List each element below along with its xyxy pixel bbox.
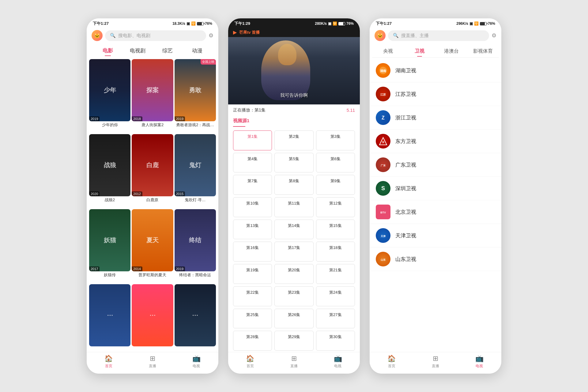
mango-logo: 芒果tv 首播 xyxy=(239,30,260,35)
episode-btn-30[interactable]: 第30集 xyxy=(316,331,355,351)
source-label: 视频源1 xyxy=(228,115,360,126)
episode-btn-9[interactable]: 第9集 xyxy=(316,175,355,195)
bottom-nav-home-2[interactable]: 🏠 首页 xyxy=(228,355,272,369)
tab-movie[interactable]: 电影 xyxy=(93,46,123,55)
channel-item-dongfang[interactable]: 东 东方卫视 xyxy=(370,130,501,153)
filter-icon-1[interactable]: ⚙ xyxy=(209,32,213,39)
phone-3: 下午1:27 296K/s ▣ 🛜 76% 🐱 🔍 搜直播、主播 ⚙ 央视 xyxy=(370,18,501,374)
home-icon-2: 🏠 xyxy=(246,355,254,363)
movie-item-12[interactable]: ⋯ xyxy=(175,284,216,351)
channel-item-shenzhen[interactable]: S 深圳卫视 xyxy=(370,177,501,200)
movie-title-8: 普罗旺斯的夏天 xyxy=(132,271,173,279)
movie-year-6: 2015 xyxy=(175,191,185,196)
signal-icon-3: ▣ xyxy=(469,21,473,26)
episode-btn-6[interactable]: 第6集 xyxy=(316,153,355,173)
episode-btn-10[interactable]: 第10集 xyxy=(233,197,272,217)
movie-item-9[interactable]: 终结 2019 终结者：黑暗命运 xyxy=(175,209,216,283)
movie-item-3[interactable]: 勇敢 全国上映 2019 勇敢者游戏2：再战… xyxy=(175,59,216,133)
episode-btn-26[interactable]: 第26集 xyxy=(274,309,313,329)
status-icons-1: 18.3K/s ▣ 🛜 76% xyxy=(172,21,212,26)
channel-item-zhejiang[interactable]: Z 浙江卫视 xyxy=(370,106,501,130)
movie-item-8[interactable]: 夏天 2014 普罗旺斯的夏天 xyxy=(132,209,173,283)
episode-btn-27[interactable]: 第27集 xyxy=(316,309,355,329)
episode-btn-21[interactable]: 第21集 xyxy=(316,264,355,284)
episode-btn-5[interactable]: 第5集 xyxy=(274,153,313,173)
episode-btn-11[interactable]: 第11集 xyxy=(274,197,313,217)
episode-btn-24[interactable]: 第24集 xyxy=(316,286,355,306)
channel-name-tianjin: 天津卫视 xyxy=(395,232,416,239)
movie-title-1: 少年的你 xyxy=(89,121,130,129)
episode-btn-25[interactable]: 第25集 xyxy=(233,309,272,329)
movie-card-2: 探案 2018 xyxy=(132,59,173,121)
nav-tabs-1: 电影 电视剧 综艺 动漫 xyxy=(87,44,218,58)
bottom-nav-home-3[interactable]: 🏠 首页 xyxy=(370,355,413,369)
episode-btn-23[interactable]: 第23集 xyxy=(274,286,313,306)
episode-btn-20[interactable]: 第20集 xyxy=(274,264,313,284)
search-bar-1[interactable]: 🔍 搜电影、电视剧 xyxy=(105,30,206,41)
avatar-3[interactable]: 🐱 xyxy=(375,30,386,41)
episode-btn-15[interactable]: 第15集 xyxy=(316,220,355,239)
episode-btn-16[interactable]: 第16集 xyxy=(233,242,272,262)
movie-item-6[interactable]: 鬼灯 2015 鬼吹灯·寻… xyxy=(175,134,216,208)
channel-logo-guangdong: 广东 xyxy=(376,157,390,172)
episode-btn-17[interactable]: 第17集 xyxy=(274,242,313,262)
search-bar-3[interactable]: 🔍 搜直播、主播 xyxy=(388,30,489,41)
movie-title-6: 鬼吹灯·寻… xyxy=(175,196,216,204)
bottom-nav-live-2[interactable]: ⊞ 直播 xyxy=(272,355,316,369)
channel-item-shandong[interactable]: 山东 山东卫视 xyxy=(370,247,501,271)
bottom-nav-live-1[interactable]: ⊞ 直播 xyxy=(130,355,174,369)
channel-logo-jiangsu: 江苏 xyxy=(376,87,390,101)
movie-item-7[interactable]: 妖猫 2017 妖猫传 xyxy=(89,209,130,283)
movie-item-11[interactable]: ⋯ xyxy=(132,284,173,351)
episode-btn-8[interactable]: 第8集 xyxy=(274,175,313,195)
channel-name-guangdong: 广东卫视 xyxy=(395,161,416,168)
search-bar-wrap-3: 🔍 搜直播、主播 xyxy=(388,30,489,41)
avatar-1[interactable]: 🐱 xyxy=(92,30,103,41)
phone1-header: 🐱 🔍 搜电影、电视剧 ⚙ xyxy=(87,28,218,44)
episode-btn-3[interactable]: 第3集 xyxy=(316,130,355,150)
bottom-nav-live-3[interactable]: ⊞ 直播 xyxy=(413,355,457,369)
network-speed-1: 18.3K/s xyxy=(172,21,185,26)
episode-btn-14[interactable]: 第14集 xyxy=(274,220,313,239)
episode-btn-1[interactable]: 第1集 xyxy=(233,130,272,150)
bottom-nav-tv-3[interactable]: 📺 电视 xyxy=(458,355,501,369)
bottom-nav-live-label-3: 直播 xyxy=(432,364,439,369)
episode-btn-7[interactable]: 第7集 xyxy=(233,175,272,195)
tab-anime[interactable]: 动漫 xyxy=(183,46,213,55)
movie-item-5[interactable]: 白鹿 2012 白鹿原 xyxy=(132,134,173,208)
movie-title-4: 战狼2 xyxy=(89,196,130,204)
bottom-nav-tv-2[interactable]: 📺 电视 xyxy=(316,355,360,369)
episode-btn-22[interactable]: 第22集 xyxy=(233,286,272,306)
episode-btn-19[interactable]: 第19集 xyxy=(233,264,272,284)
tab-variety[interactable]: 综艺 xyxy=(153,46,183,55)
bottom-nav-2: 🏠 首页 ⊞ 直播 📺 电视 xyxy=(228,352,360,374)
episode-btn-29[interactable]: 第29集 xyxy=(274,331,313,351)
tab-hkmacao[interactable]: 港澳台 xyxy=(435,47,467,56)
bottom-nav-home-1[interactable]: 🏠 首页 xyxy=(87,355,130,369)
channel-item-guangdong[interactable]: 广东 广东卫视 xyxy=(370,153,501,177)
tab-weishi[interactable]: 卫视 xyxy=(404,47,436,56)
movie-item-1[interactable]: 少年 2019 少年的你 xyxy=(89,59,130,133)
channel-item-jiangsu[interactable]: 江苏 江苏卫视 xyxy=(370,82,501,106)
bottom-nav-tv-1[interactable]: 📺 电视 xyxy=(175,355,218,369)
episode-btn-12[interactable]: 第12集 xyxy=(316,197,355,217)
filter-icon-3[interactable]: ⚙ xyxy=(492,32,496,39)
movie-item-2[interactable]: 探案 2018 唐人街探案2 xyxy=(132,59,173,133)
video-player[interactable]: 我可告诉你啊 xyxy=(228,37,360,104)
svg-text:山东: 山东 xyxy=(381,258,386,261)
episode-btn-28[interactable]: 第28集 xyxy=(233,331,272,351)
tab-tv[interactable]: 电视剧 xyxy=(123,46,153,55)
channel-item-beijing[interactable]: BTV 北京卫视 xyxy=(370,200,501,224)
movie-item-10[interactable]: ⋯ xyxy=(89,284,130,351)
tab-sports[interactable]: 影视体育 xyxy=(467,47,499,56)
movie-card-10: ⋯ xyxy=(89,284,130,346)
movie-item-4[interactable]: 战狼 2020 战狼2 xyxy=(89,134,130,208)
episode-btn-13[interactable]: 第13集 xyxy=(233,220,272,239)
channel-item-tianjin[interactable]: 天津 天津卫视 xyxy=(370,224,501,247)
tab-cctv[interactable]: 央视 xyxy=(372,47,404,56)
episode-btn-18[interactable]: 第18集 xyxy=(316,242,355,262)
channel-item-hunan[interactable]: 湖南 湖南卫视 xyxy=(370,59,501,82)
channel-name-shenzhen: 深圳卫视 xyxy=(395,185,416,192)
episode-btn-4[interactable]: 第4集 xyxy=(233,153,272,173)
episode-btn-2[interactable]: 第2集 xyxy=(274,130,313,150)
